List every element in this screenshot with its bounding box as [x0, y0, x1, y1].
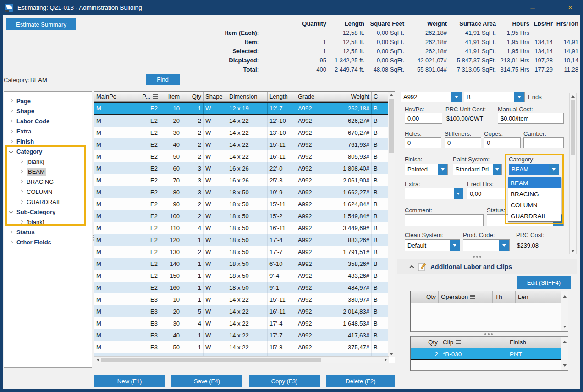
grid-cell[interactable]: 14 x 22	[227, 341, 268, 353]
grid-cell[interactable]: 1 662,27#	[337, 186, 372, 198]
table-row[interactable]: ME3101W14 x 2215'-11A992380,97#B	[94, 293, 395, 305]
additional-section-header[interactable]: Additional Labor and Clips	[397, 259, 577, 274]
grid-cell[interactable]: 18 x 50	[227, 198, 268, 210]
table-row[interactable]: 2*B-030PNT	[411, 348, 568, 360]
grid-cell[interactable]: 110	[160, 222, 182, 234]
grid-cell[interactable]: E3	[136, 341, 160, 353]
grid-header-weight[interactable]: Weight	[337, 92, 372, 101]
grid-cell[interactable]: E2	[136, 246, 160, 258]
grid-cell[interactable]: M	[94, 258, 136, 270]
grid-cell[interactable]: 18 x 50	[227, 246, 268, 258]
grid-cell[interactable]: B	[372, 293, 389, 305]
chevron-down-icon[interactable]	[438, 164, 447, 175]
grid-cell[interactable]: M	[94, 115, 136, 127]
grid-cell[interactable]: 16 x 26	[227, 174, 268, 186]
grid-cell[interactable]: A992	[296, 305, 337, 317]
grid-cell[interactable]: 14 x 22	[227, 329, 268, 341]
chevron-right-icon[interactable]	[9, 139, 13, 143]
grid-cell[interactable]: 14 x 22	[227, 305, 268, 317]
grid-vscrollbar[interactable]	[388, 92, 395, 357]
finish-combobox[interactable]: Painted	[405, 164, 448, 175]
mini-header-qty[interactable]: Qty	[411, 291, 439, 303]
grid-cell[interactable]: W	[204, 222, 227, 234]
table-row[interactable]: ME2502W14 x 2216'-11A992805,93#B	[94, 150, 395, 162]
table-row[interactable]: ME21104W18 x 5016'-11A9923 449,69#B	[94, 222, 395, 234]
grid-cell[interactable]: W	[204, 162, 227, 174]
close-button[interactable]: ×	[561, 2, 579, 13]
scroll-up-arrow[interactable]	[570, 93, 576, 99]
grid-cell[interactable]: E2	[136, 234, 160, 246]
grid-cell[interactable]: B	[372, 127, 389, 138]
grid-header-mainpc[interactable]: MainPc	[94, 92, 136, 101]
table-row[interactable]: ME3304W14 x 2217'-4A9921 648,53#B	[94, 317, 395, 329]
grid-cell[interactable]: 2 061,90#	[337, 174, 372, 186]
grid-cell[interactable]: W	[204, 138, 227, 150]
grid-cell[interactable]: 15'-11	[268, 198, 296, 210]
grid-cell[interactable]: 2 014,83#	[337, 305, 372, 317]
mini-header-len[interactable]: Len	[516, 291, 562, 303]
grid-cell[interactable]: W	[204, 115, 227, 127]
table-row[interactable]: ME21201W18 x 5017'-4A992883,26#B	[94, 234, 395, 246]
grid-cell[interactable]: E3	[136, 293, 160, 305]
grid-cell[interactable]: A992	[296, 270, 337, 282]
grid-cell[interactable]: 17'-4	[268, 234, 296, 246]
grade-combobox[interactable]: A992	[401, 92, 462, 102]
scroll-up-arrow[interactable]	[388, 92, 395, 98]
grid-cell[interactable]: 3	[182, 162, 204, 174]
grid-cell[interactable]: E2	[136, 186, 160, 198]
tree-item-labor-code[interactable]: Labor Code	[4, 116, 92, 126]
grid-cell[interactable]: A992	[296, 222, 337, 234]
grid-cell[interactable]: B	[372, 162, 389, 174]
tree-item-beam[interactable]: BEAM	[4, 166, 92, 177]
copy-button[interactable]: Copy (F3)	[249, 375, 320, 387]
tree-item-extra[interactable]: Extra	[4, 126, 92, 136]
grid-cell[interactable]: W	[204, 258, 227, 270]
grid-cell[interactable]: A992	[296, 293, 337, 305]
grid-cell[interactable]: B	[372, 270, 389, 282]
grid-cell[interactable]: 10'-9	[268, 186, 296, 198]
grid-cell[interactable]: M	[94, 341, 136, 353]
grid-cell[interactable]: A992	[296, 210, 337, 222]
grid-cell[interactable]: 626,27#	[337, 115, 372, 127]
grid-cell[interactable]: 16 x 26	[227, 162, 268, 174]
grid-cell[interactable]: 17'-7	[268, 246, 296, 258]
grid-cell[interactable]: 1 624,84#	[337, 198, 372, 210]
grid-cell[interactable]: 6'-10	[268, 258, 296, 270]
chevron-right-icon[interactable]	[9, 99, 13, 103]
tree-item-bracing[interactable]: BRACING	[4, 177, 92, 187]
grid-cell[interactable]: 18 x 50	[227, 222, 268, 234]
grid-cell[interactable]: M	[94, 222, 136, 234]
grid-cell[interactable]: 380,97#	[337, 293, 372, 305]
chevron-down-icon[interactable]	[549, 164, 559, 175]
grid-cell[interactable]: 2	[182, 150, 204, 162]
grid-cell[interactable]: B	[372, 222, 389, 234]
table-row[interactable]: ME2302W14 x 2213'-10A992670,27#B	[94, 127, 395, 138]
chevron-down-icon[interactable]	[9, 210, 13, 214]
grid-cell[interactable]: B	[372, 305, 389, 317]
grid-cell[interactable]: 3 449,69#	[337, 222, 372, 234]
grid-cell[interactable]: E2	[136, 222, 160, 234]
table-row[interactable]: ME3205W14 x 2216'-11A9922 014,83#B	[94, 305, 395, 317]
grid-header-item[interactable]: Item	[160, 92, 182, 101]
grid-header-length[interactable]: Length	[268, 92, 296, 101]
chevron-right-icon[interactable]	[9, 240, 13, 244]
grid-cell[interactable]: 22'-0	[268, 162, 296, 174]
grid-cell[interactable]: E2	[136, 282, 160, 293]
grid-cell[interactable]: B	[372, 198, 389, 210]
grid-cell[interactable]: 17'-4	[268, 317, 296, 329]
grid-cell[interactable]: 30	[160, 317, 182, 329]
grid-cell[interactable]: W	[204, 174, 227, 186]
grid-cell[interactable]: 2	[182, 127, 204, 138]
grid-cell[interactable]: 120	[160, 234, 182, 246]
chevron-right-icon[interactable]	[9, 129, 13, 133]
manual-cost-field[interactable]: $0,00/Item	[498, 113, 564, 124]
chevron-right-icon[interactable]	[19, 180, 23, 183]
holes-field[interactable]: 0	[405, 137, 441, 148]
grid-cell[interactable]: E2	[136, 162, 160, 174]
grid-cell[interactable]: 30	[160, 127, 182, 138]
grid-cell[interactable]: 1	[182, 234, 204, 246]
grid-cell[interactable]: 883,26#	[337, 234, 372, 246]
grid-cell[interactable]: 90	[160, 198, 182, 210]
grid-cell[interactable]: 1 791,51#	[337, 246, 372, 258]
grid-cell[interactable]: 375,47#	[337, 341, 372, 353]
